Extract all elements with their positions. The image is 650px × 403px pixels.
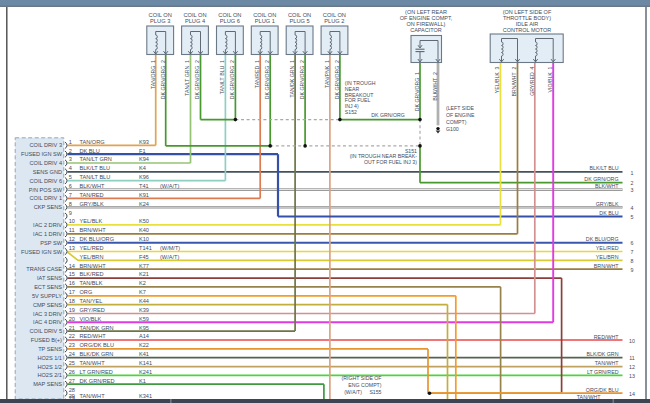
svg-text:9: 9 [69,210,72,216]
svg-text:YEL/RED: YEL/RED [596,245,619,251]
svg-text:K77: K77 [139,263,149,269]
svg-text:K94: K94 [139,156,149,162]
svg-text:GRY/RED 4: GRY/RED 4 [529,66,535,95]
svg-text:K10: K10 [139,236,149,242]
svg-text:LT GRN/RED: LT GRN/RED [587,369,619,375]
svg-text:ORG: ORG [80,289,93,295]
svg-text:LT GRN/RED: LT GRN/RED [80,369,113,375]
svg-text:K141: K141 [139,360,152,366]
svg-text:8: 8 [631,258,634,264]
svg-text:DK BLU: DK BLU [80,148,100,154]
svg-text:K93: K93 [139,139,149,145]
svg-text:K59: K59 [139,316,149,322]
svg-text:IAC 2 DRIV: IAC 2 DRIV [33,222,62,228]
svg-text:K24: K24 [139,201,149,207]
svg-text:TAN/WHT: TAN/WHT [577,394,601,400]
svg-text:BLK/DK GRN: BLK/DK GRN [80,351,114,357]
svg-text:BRN/WHT 2: BRN/WHT 2 [511,66,517,96]
svg-text:BLK/WHT 2: BLK/WHT 2 [432,72,438,101]
svg-text:6: 6 [69,183,72,189]
svg-text:YEL/BRN: YEL/BRN [596,254,619,260]
svg-text:DK GRN/ORG 2: DK GRN/ORG 2 [229,60,235,99]
svg-text:COIL ON: COIL ON [288,12,311,18]
svg-text:FUSED IGN SW: FUSED IGN SW [21,249,63,255]
svg-text:T141: T141 [139,245,152,251]
svg-text:COIL ON: COIL ON [253,12,276,18]
svg-text:YEL/BLK: YEL/BLK [80,218,103,224]
svg-text:COIL ON: COIL ON [218,12,241,18]
svg-text:28: 28 [69,387,75,393]
svg-text:A14: A14 [139,333,149,339]
svg-text:TAN/BLK: TAN/BLK [80,280,103,286]
svg-text:13: 13 [69,245,75,251]
svg-text:PLUG 4: PLUG 4 [185,18,205,24]
svg-text:BLK/WHT: BLK/WHT [80,183,105,189]
svg-text:SENS GND: SENS GND [33,169,62,175]
svg-text:T41: T41 [139,183,149,189]
svg-text:GRY/RED: GRY/RED [80,307,105,313]
svg-text:IAT SENS: IAT SENS [37,275,62,281]
svg-text:COIL DRIV 6: COIL DRIV 6 [30,178,62,184]
svg-text:TAN/RED 1: TAN/RED 1 [254,60,260,88]
svg-text:BLK/DK GRN: BLK/DK GRN [586,351,618,357]
svg-text:PSP SW: PSP SW [40,240,62,246]
svg-text:DK BLU/ORG: DK BLU/ORG [586,236,619,242]
svg-text:RED/WHT: RED/WHT [80,333,107,339]
svg-text:4: 4 [69,165,72,171]
svg-text:K41: K41 [139,351,149,357]
svg-text:OF ENGINE COMPT,: OF ENGINE COMPT, [400,15,453,21]
svg-text:7: 7 [69,192,72,198]
svg-text:K7: K7 [139,289,146,295]
svg-text:PLUG 5: PLUG 5 [289,18,309,24]
svg-text:5V SUPPLY: 5V SUPPLY [32,293,62,299]
svg-text:MAP SENS: MAP SENS [33,381,62,387]
svg-text:12: 12 [629,364,635,370]
svg-text:BRN/WHT: BRN/WHT [80,227,107,233]
svg-text:4: 4 [631,205,634,211]
svg-text:ON FIREWALL): ON FIREWALL) [407,21,446,27]
svg-text:VIO/BLK 1: VIO/BLK 1 [547,66,553,92]
svg-text:OUT FOR FUEL INJ 3): OUT FOR FUEL INJ 3) [364,159,417,165]
svg-text:HO2S 1/1: HO2S 1/1 [37,355,62,361]
svg-text:BLK/RED: BLK/RED [80,271,104,277]
svg-text:8: 8 [69,201,72,207]
svg-text:CONTROL MOTOR: CONTROL MOTOR [503,27,552,33]
svg-text:BRN/WHT: BRN/WHT [80,263,107,269]
svg-text:K95: K95 [139,325,149,331]
svg-text:COIL ON: COIL ON [183,12,206,18]
svg-text:CMP SENS: CMP SENS [33,302,62,308]
svg-text:14: 14 [69,263,75,269]
svg-text:TAN/ORG: TAN/ORG [80,139,105,145]
svg-text:IDLE AIR: IDLE AIR [516,21,539,27]
svg-text:VIO/BLK: VIO/BLK [80,316,102,322]
svg-text:(RIGHT SIDE OF: (RIGHT SIDE OF [342,375,382,381]
svg-text:S152: S152 [345,109,357,115]
svg-text:DK GRN/ORG 2: DK GRN/ORG 2 [264,60,270,99]
svg-text:TAN/DK GRN: TAN/DK GRN [80,325,114,331]
svg-text:DK BLU: DK BLU [599,210,618,216]
svg-text:COMPT): COMPT) [446,119,467,125]
svg-text:DK GRN/ORG 2: DK GRN/ORG 2 [334,60,340,99]
svg-text:CAPACITOR: CAPACITOR [410,27,442,33]
svg-text:(ON LEFT REAR: (ON LEFT REAR [405,9,447,15]
svg-text:TAN/YEL: TAN/YEL [80,298,103,304]
svg-text:GRY/BLK: GRY/BLK [80,201,104,207]
svg-text:(W/M/T): (W/M/T) [160,245,180,251]
svg-text:ORG/DK BLU: ORG/DK BLU [80,342,115,348]
svg-text:K50: K50 [139,218,149,224]
svg-text:(ON LEFT SIDE OF: (ON LEFT SIDE OF [503,9,552,15]
svg-text:FUSED IGN SW: FUSED IGN SW [21,151,63,157]
svg-text:2: 2 [69,148,72,154]
svg-text:13: 13 [629,373,635,379]
svg-text:DK BLU/ORG: DK BLU/ORG [80,236,115,242]
svg-text:9: 9 [631,267,634,273]
svg-text:27: 27 [69,378,75,384]
svg-text:RED/WHT: RED/WHT [594,334,619,340]
svg-text:BRN/WHT: BRN/WHT [594,263,619,269]
svg-text:22: 22 [69,333,75,339]
svg-text:TAN/WHT: TAN/WHT [80,360,106,366]
svg-text:THROTTLE BODY): THROTTLE BODY) [503,15,551,21]
svg-text:IAC 3 DRIV: IAC 3 DRIV [33,311,62,317]
svg-text:15: 15 [69,271,75,277]
svg-text:TAN/WHT: TAN/WHT [80,393,106,399]
